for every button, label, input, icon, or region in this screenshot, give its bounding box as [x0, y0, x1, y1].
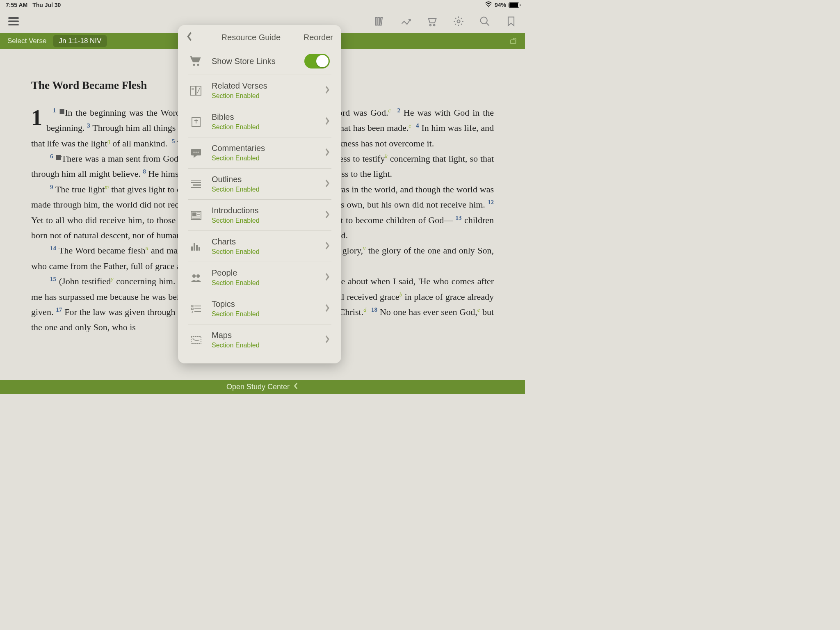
svg-point-7 — [481, 17, 487, 24]
search-icon[interactable] — [479, 16, 491, 27]
svg-point-37 — [192, 274, 196, 278]
status-time: 7:55 AM — [6, 2, 27, 8]
chevron-right-icon — [325, 304, 330, 314]
cart-icon — [188, 54, 204, 68]
svg-rect-41 — [192, 308, 193, 310]
open-study-center-label: Open Study Center — [226, 383, 290, 391]
bible-icon — [188, 115, 204, 129]
svg-point-0 — [488, 6, 489, 7]
reorder-button[interactable]: Reorder — [304, 33, 333, 42]
chevron-left-icon — [293, 383, 299, 391]
chevron-right-icon — [325, 210, 330, 220]
cart-icon[interactable] — [427, 16, 438, 27]
maps-icon — [188, 333, 204, 347]
topics-icon — [188, 302, 204, 316]
svg-point-6 — [457, 20, 460, 23]
lock-icon[interactable] — [509, 36, 518, 47]
charts-icon — [188, 240, 204, 253]
chevron-right-icon — [325, 242, 330, 251]
chevron-right-icon — [325, 273, 330, 283]
battery-icon — [509, 2, 519, 8]
highlight-icon[interactable] — [400, 16, 412, 27]
chevron-right-icon — [325, 179, 330, 189]
reference-pill[interactable]: Jn 1:1-18 NIV — [53, 35, 107, 47]
svg-point-10 — [197, 64, 199, 66]
xref-icon — [56, 155, 62, 160]
section-maps[interactable]: Maps Section Enabled — [188, 324, 331, 355]
store-links-row[interactable]: Show Store Links — [188, 50, 331, 75]
svg-rect-34 — [194, 243, 195, 251]
back-button[interactable] — [186, 32, 199, 43]
select-verse-button[interactable]: Select Verse — [7, 37, 46, 45]
svg-point-39 — [192, 305, 193, 307]
svg-rect-44 — [191, 336, 201, 344]
svg-rect-1 — [376, 18, 377, 25]
outlines-icon — [188, 177, 204, 191]
battery-percent: 94% — [495, 2, 506, 8]
section-introductions[interactable]: Introductions Section Enabled — [188, 200, 331, 231]
svg-rect-28 — [192, 212, 196, 216]
section-outlines[interactable]: Outlines Section Enabled — [188, 169, 331, 200]
svg-point-19 — [194, 151, 195, 153]
status-date: Thu Jul 30 — [32, 2, 61, 8]
chevron-right-icon — [325, 148, 330, 158]
section-charts[interactable]: Charts Section Enabled — [188, 231, 331, 262]
bookmark-icon[interactable] — [505, 16, 517, 27]
section-bibles[interactable]: Bibles Section Enabled — [188, 106, 331, 137]
commentary-icon — [188, 146, 204, 160]
svg-rect-36 — [199, 247, 200, 251]
library-icon[interactable] — [374, 16, 386, 27]
svg-rect-3 — [380, 18, 382, 25]
introductions-icon — [188, 208, 204, 222]
svg-point-21 — [198, 151, 199, 153]
svg-point-20 — [196, 151, 197, 153]
svg-point-9 — [193, 64, 195, 66]
svg-rect-8 — [511, 40, 516, 43]
popover-list: Show Store Links Related Verses Section … — [178, 50, 341, 355]
svg-rect-35 — [196, 245, 198, 251]
section-related-verses[interactable]: Related Verses Section Enabled — [188, 75, 331, 106]
settings-icon[interactable] — [453, 16, 464, 27]
wifi-icon — [485, 1, 492, 9]
popover-title: Resource Guide — [199, 33, 304, 42]
section-topics[interactable]: Topics Section Enabled — [188, 293, 331, 324]
svg-rect-11 — [190, 86, 195, 95]
chevron-right-icon — [325, 335, 330, 345]
xref-icon — [59, 109, 65, 114]
section-commentaries[interactable]: Commentaries Section Enabled — [188, 137, 331, 169]
verses-icon — [188, 84, 204, 98]
svg-rect-2 — [378, 18, 379, 25]
chapter-number: 1 — [31, 107, 42, 129]
svg-rect-33 — [191, 247, 193, 251]
chevron-right-icon — [325, 86, 330, 96]
menu-button[interactable] — [8, 17, 19, 25]
svg-point-38 — [196, 274, 200, 278]
chevron-right-icon — [325, 117, 330, 127]
store-links-toggle[interactable] — [304, 54, 330, 68]
store-links-label: Show Store Links — [212, 57, 297, 66]
people-icon — [188, 271, 204, 285]
svg-point-5 — [434, 25, 435, 26]
open-study-center-button[interactable]: Open Study Center — [0, 380, 525, 394]
section-people[interactable]: People Section Enabled — [188, 262, 331, 293]
svg-point-4 — [430, 25, 431, 26]
resource-guide-popover: Resource Guide Reorder Show Store Links … — [178, 25, 341, 363]
status-bar: 7:55 AM Thu Jul 30 94% — [0, 0, 525, 10]
